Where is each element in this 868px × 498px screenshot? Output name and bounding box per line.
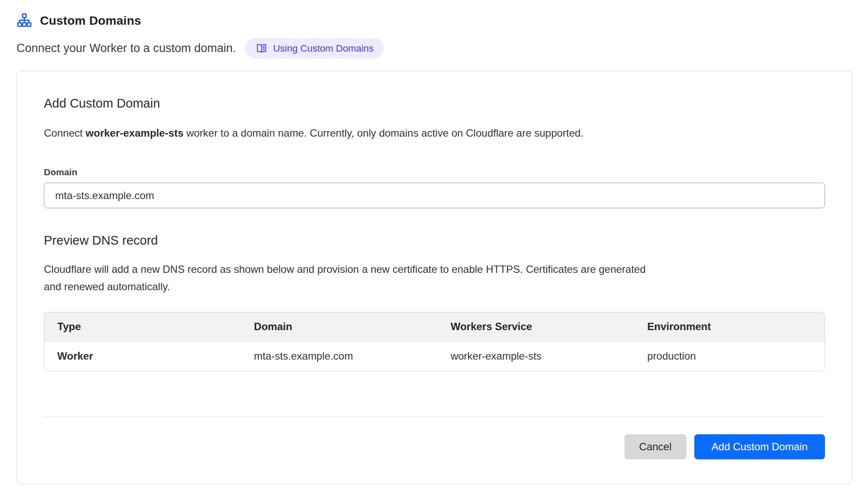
cell-workers-service: worker-example-sts <box>438 341 634 371</box>
footer-divider <box>44 416 825 417</box>
domain-field-label: Domain <box>44 167 825 177</box>
column-header-workers-service: Workers Service <box>438 312 634 341</box>
table-row: Worker mta-sts.example.com worker-exampl… <box>44 341 825 371</box>
column-header-type: Type <box>44 312 241 341</box>
page-subtitle-row: Connect your Worker to a custom domain. … <box>17 38 852 59</box>
card-actions: Cancel Add Custom Domain <box>44 434 825 459</box>
page-title: Custom Domains <box>40 14 141 28</box>
cell-domain: mta-sts.example.com <box>241 341 438 371</box>
cell-type: Worker <box>44 341 241 371</box>
table-header-row: Type Domain Workers Service Environment <box>44 312 825 341</box>
dns-record-table: Type Domain Workers Service Environment … <box>44 312 825 371</box>
add-custom-domain-card: Add Custom Domain Connect worker-example… <box>17 71 852 484</box>
intro-prefix: Connect <box>44 127 86 139</box>
using-custom-domains-link[interactable]: Using Custom Domains <box>245 38 384 59</box>
domain-input[interactable] <box>44 183 825 208</box>
column-header-domain: Domain <box>241 312 438 341</box>
page-header: Custom Domains <box>17 13 852 29</box>
column-header-environment: Environment <box>634 312 825 341</box>
page-subtitle: Connect your Worker to a custom domain. <box>17 42 236 55</box>
card-intro-text: Connect worker-example-sts worker to a d… <box>44 124 825 142</box>
sitemap-icon <box>17 13 32 29</box>
cell-environment: production <box>634 341 825 371</box>
card-heading: Add Custom Domain <box>44 96 825 111</box>
book-open-icon <box>256 43 267 54</box>
worker-name: worker-example-sts <box>86 127 183 139</box>
docs-link-label: Using Custom Domains <box>273 44 373 53</box>
preview-dns-heading: Preview DNS record <box>44 233 825 248</box>
preview-dns-description: Cloudflare will add a new DNS record as … <box>44 261 665 295</box>
cancel-button[interactable]: Cancel <box>624 434 686 459</box>
add-custom-domain-button[interactable]: Add Custom Domain <box>694 434 825 459</box>
intro-suffix: worker to a domain name. Currently, only… <box>184 127 584 139</box>
custom-domains-page: Custom Domains Connect your Worker to a … <box>0 0 868 484</box>
